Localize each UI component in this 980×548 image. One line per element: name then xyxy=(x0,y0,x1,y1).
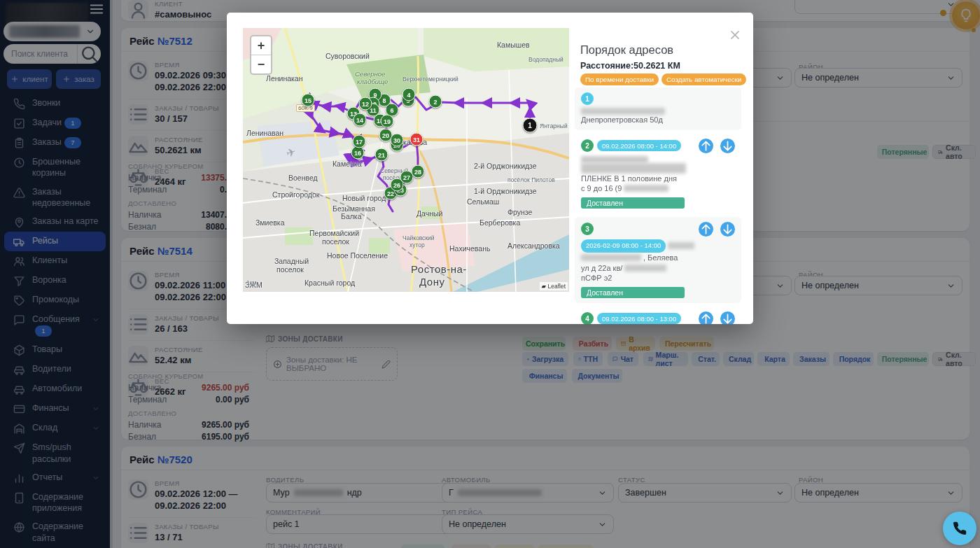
map-label: Чайковский xyxy=(402,234,435,241)
map-label: Берберовка xyxy=(479,218,520,227)
order-mode-buttons: По времени доставки Создать автоматическ… xyxy=(580,73,746,85)
phone-icon xyxy=(952,521,967,536)
map-label: Фрунзе xyxy=(507,208,532,216)
address-number: 2 xyxy=(581,139,594,152)
route-map[interactable]: ✈ + − 1234689101112131415161718192021222… xyxy=(243,28,569,292)
address-text-row xyxy=(581,108,735,115)
map-label: хутор xyxy=(410,241,425,248)
address-text-row xyxy=(581,163,735,174)
address-text-row: ул д 22а кв/ xyxy=(581,263,735,274)
delivery-time-badge: 09.02.2026 08:00 - 14:00 xyxy=(597,140,681,151)
map-marker-15[interactable]: 15 xyxy=(302,94,315,107)
address-text: Днепропетровская 50д xyxy=(581,115,663,125)
move-up-button[interactable] xyxy=(699,139,713,153)
map-label: Нахичевань xyxy=(449,244,490,253)
address-text: пСФР э2 xyxy=(581,273,612,283)
map-label: Верхнетемерницкий xyxy=(402,76,458,83)
address-text: с 9 до 16 (9 xyxy=(581,183,622,194)
map-label: Камышев xyxy=(497,41,530,49)
address-text: ул д 22а кв/ xyxy=(581,263,622,274)
redacted-text xyxy=(581,254,641,261)
move-down-button[interactable] xyxy=(720,222,735,237)
redacted-text xyxy=(624,265,666,272)
address-order-modal: Порядок адресов Расстояние:50.2621 КМ По… xyxy=(227,13,753,324)
address-text-row: Днепропетровская 50д xyxy=(581,115,735,125)
map-zoom-control: + − xyxy=(250,35,272,75)
phone-fab[interactable] xyxy=(943,512,976,545)
create-automatically-button[interactable]: Создать автоматически xyxy=(662,73,746,85)
zoom-out-button[interactable]: − xyxy=(251,55,271,73)
redacted-text xyxy=(624,185,668,192)
map-label: Водопадный xyxy=(528,56,564,63)
map-marker-2[interactable]: 2 xyxy=(429,95,442,108)
map-marker-21[interactable]: 21 xyxy=(375,148,388,162)
map-label: Дону xyxy=(419,276,444,288)
zoom-in-button[interactable]: + xyxy=(251,36,271,55)
move-down-button[interactable] xyxy=(720,311,735,325)
close-icon[interactable] xyxy=(728,28,742,42)
map-label: Ростов-на- xyxy=(411,263,467,275)
address-item-3: 32026-02-09 08:00 - 14:00, Беляеваул д 2… xyxy=(575,217,741,303)
status-badge: Доставлен xyxy=(581,287,685,298)
address-text: , Беляева xyxy=(643,253,678,263)
redacted-text xyxy=(581,163,686,174)
redacted-text xyxy=(581,156,648,163)
map-label: посёлок Пилотов xyxy=(507,176,555,183)
status-badge: Доставлен xyxy=(581,197,685,209)
redacted-text xyxy=(581,108,665,115)
address-list: 1Днепропетровская 50д209.02.2026 08:00 -… xyxy=(575,87,741,324)
map-label: Западный xyxy=(274,257,309,265)
map-label: Новое Поселение xyxy=(327,251,388,260)
map-marker-19[interactable]: 19 xyxy=(381,115,394,128)
address-number: 3 xyxy=(581,223,594,235)
address-text-row: , Беляева xyxy=(581,253,735,263)
move-up-button[interactable] xyxy=(699,222,713,237)
map-label: Сельмаш xyxy=(467,197,499,206)
map-label: Стройгородок xyxy=(272,190,319,199)
map-canvas: ✈ xyxy=(243,28,569,292)
map-label: Новый город xyxy=(342,194,386,202)
map-marker-12[interactable]: 12 xyxy=(359,97,372,111)
distance-value: Расстояние:50.2621 КМ xyxy=(580,61,680,71)
map-label: Змиевка xyxy=(255,218,285,227)
address-text-row: пСФР э2 xyxy=(581,273,735,283)
map-label: Северное xyxy=(355,70,385,78)
map-marker-1[interactable]: 1 xyxy=(523,118,538,133)
map-label: Суворовский xyxy=(326,52,370,60)
map-label: поселок xyxy=(322,237,349,246)
map-label: Военвед xyxy=(288,174,318,182)
map-marker-17[interactable]: 17 xyxy=(353,135,366,148)
map-marker-31[interactable]: 31 xyxy=(410,133,424,146)
map-label: Ленинаван xyxy=(246,129,284,137)
map-marker-30[interactable]: 30 xyxy=(391,134,404,147)
delivery-time-badge: 2026-02-09 08:00 - 14:00 xyxy=(581,239,666,253)
map-label: Каменка xyxy=(332,160,361,168)
map-label: 1-й Орджоникидзе xyxy=(474,187,537,195)
address-text-row xyxy=(581,156,735,163)
map-label: Красный город xyxy=(304,279,355,287)
map-marker-4[interactable]: 4 xyxy=(402,88,416,101)
map-label: кладбище xyxy=(357,78,388,85)
move-down-button[interactable] xyxy=(720,139,735,153)
map-label: Балка xyxy=(341,212,362,220)
address-number: 4 xyxy=(581,312,594,324)
map-label: Александровка xyxy=(507,241,560,250)
address-item-4: 409.02.2026 08:00 - 13:00ГОрбитальная дП… xyxy=(575,307,741,325)
address-item-1: 1Днепропетровская 50д xyxy=(575,87,741,130)
map-label: Первомайский xyxy=(309,229,359,237)
by-delivery-time-button[interactable]: По времени доставки xyxy=(580,73,659,85)
map-marker-28[interactable]: 28 xyxy=(412,165,425,178)
address-text: ПЛЕНКЕ В 1 половине дня xyxy=(581,174,677,184)
address-item-2: 209.02.2026 08:00 - 14:00ПЛЕНКЕ В 1 поло… xyxy=(575,134,741,213)
modal-title: Порядок адресов xyxy=(580,43,673,57)
delivery-time-badge: 09.02.2026 08:00 - 13:00 xyxy=(597,313,681,324)
address-text-row: ПЛЕНКЕ В 1 половине дня xyxy=(581,174,735,184)
address-text-row: 2026-02-09 08:00 - 14:00 xyxy=(581,239,735,253)
map-label: Ленинакан xyxy=(266,74,303,83)
map-label: Дачный xyxy=(416,209,442,218)
map-label: поселок xyxy=(276,265,304,274)
map-attribution[interactable]: ▰ Leaflet xyxy=(540,282,568,290)
redacted-text xyxy=(668,242,694,249)
move-up-button[interactable] xyxy=(699,311,713,325)
map-marker-14[interactable]: 14 xyxy=(354,113,367,127)
